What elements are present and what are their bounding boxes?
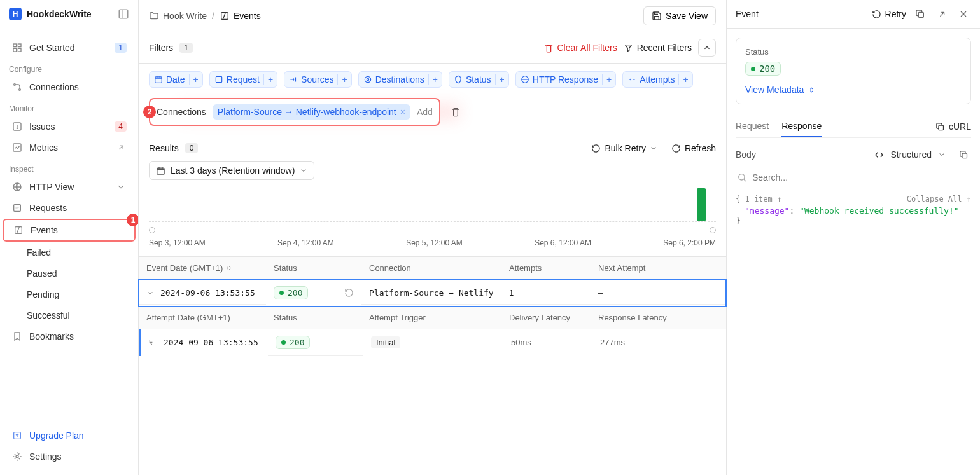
sidebar-item-issues[interactable]: Issues 4 xyxy=(3,116,136,137)
sidebar-item-bookmarks[interactable]: Bookmarks xyxy=(3,326,136,347)
detail-panel: Event Retry Status 200 View Metadata Req… xyxy=(727,0,980,475)
chevron-down-icon[interactable] xyxy=(146,289,154,297)
timeline-chart[interactable]: Sep 3, 12:00 AM Sep 4, 12:00 AM Sep 5, 1… xyxy=(139,186,726,256)
svg-point-21 xyxy=(367,78,369,81)
collapse-all-button[interactable]: Collapse All ↑ xyxy=(907,195,971,203)
sort-icon xyxy=(225,265,232,272)
filter-pill-sources[interactable]: Sources+ xyxy=(284,71,352,88)
delivery-latency-cell: 50ms xyxy=(503,331,592,354)
plus-icon[interactable]: + xyxy=(337,74,347,85)
retry-icon[interactable] xyxy=(344,288,354,298)
sidebar-item-events[interactable]: Events 1 xyxy=(3,219,136,242)
plus-icon[interactable]: + xyxy=(495,74,505,85)
section-inspect: Inspect xyxy=(0,158,138,176)
copy-icon xyxy=(935,122,945,132)
clear-all-filters-button[interactable]: Clear All Filters xyxy=(544,43,617,53)
json-item-count: { 1 item ↑ xyxy=(736,195,781,203)
sidebar-item-requests[interactable]: Requests xyxy=(3,198,136,218)
collapse-filters-button[interactable] xyxy=(698,39,716,57)
refresh-label: Refresh xyxy=(685,143,716,153)
filter-pill-attempts[interactable]: Attempts+ xyxy=(622,71,692,88)
refresh-button[interactable]: Refresh xyxy=(671,143,716,153)
breadcrumb-root[interactable]: Hook Write xyxy=(149,11,207,21)
column-attempts[interactable]: Attempts xyxy=(501,257,591,280)
add-filter-value-button[interactable]: Add xyxy=(417,107,433,117)
results-count: 0 xyxy=(185,143,199,153)
tab-response[interactable]: Response xyxy=(781,116,822,137)
json-value: "Webhook received successfully!" xyxy=(799,206,958,216)
close-icon[interactable] xyxy=(956,6,971,22)
column-attempt-status: Status xyxy=(266,306,361,329)
body-search-input[interactable] xyxy=(736,167,971,188)
sidebar-item-get-started[interactable]: Get Started 1 xyxy=(3,38,136,58)
plus-icon[interactable]: + xyxy=(263,74,273,85)
plus-icon[interactable]: + xyxy=(678,74,688,85)
bulk-retry-button[interactable]: Bulk Retry xyxy=(591,143,657,153)
date-range-dropdown[interactable]: Last 3 days (Retention window) xyxy=(149,161,314,180)
svg-point-16 xyxy=(16,455,18,458)
sidebar-item-http-view[interactable]: HTTP View xyxy=(3,177,136,197)
bulk-retry-label: Bulk Retry xyxy=(605,143,646,153)
filter-pill-destinations[interactable]: Destinations+ xyxy=(358,71,442,88)
plus-icon[interactable]: + xyxy=(428,74,438,85)
tab-request[interactable]: Request xyxy=(736,116,769,137)
column-event-date[interactable]: Event Date (GMT+1) xyxy=(139,257,266,280)
column-attempt-date: Attempt Date (GMT+1) xyxy=(139,306,266,329)
plus-icon[interactable]: + xyxy=(189,74,199,85)
sidebar-item-label: Events xyxy=(31,225,125,235)
workspace-name[interactable]: HookdeckWrite xyxy=(27,9,113,19)
sidebar-item-settings[interactable]: Settings xyxy=(3,446,136,467)
filter-pill-date[interactable]: Date+ xyxy=(149,71,203,88)
copy-body-icon[interactable] xyxy=(956,147,971,162)
attempt-row[interactable]: 2024-09-06 13:53:55 200 Initial 50ms 277… xyxy=(139,329,726,356)
tab-curl[interactable]: cURL xyxy=(935,121,971,132)
filter-pill-status[interactable]: Status+ xyxy=(449,71,509,88)
chevron-down-icon xyxy=(938,151,946,158)
save-view-button[interactable]: Save View xyxy=(643,6,716,25)
column-connection[interactable]: Connection xyxy=(361,257,501,280)
chevron-down-icon xyxy=(115,182,127,191)
structured-toggle[interactable]: Structured xyxy=(890,149,932,160)
connection-cell: Platform-Source → Netlify… xyxy=(369,288,494,298)
sidebar-item-metrics[interactable]: Metrics xyxy=(3,137,136,158)
retry-button[interactable]: Retry xyxy=(872,9,906,19)
active-filter-chip[interactable]: Platform-Source → Netlify-webhook-endpoi… xyxy=(213,104,410,120)
sidebar-item-events-paused[interactable]: Paused xyxy=(3,263,136,284)
calendar-icon xyxy=(156,166,165,176)
sidebar-item-events-failed[interactable]: Failed xyxy=(3,242,136,263)
requests-icon xyxy=(11,203,23,213)
callout-badge-2: 2 xyxy=(143,106,156,118)
svg-point-6 xyxy=(14,84,16,86)
sidebar-item-label: HTTP View xyxy=(29,182,109,192)
delete-filter-button[interactable] xyxy=(451,107,461,117)
remove-chip-icon[interactable]: × xyxy=(400,107,405,117)
filter-pill-http-response[interactable]: HTTP Response+ xyxy=(515,71,616,88)
view-metadata-link[interactable]: View Metadata xyxy=(745,85,962,95)
svg-rect-2 xyxy=(13,44,17,47)
sidebar-item-connections[interactable]: Connections xyxy=(3,77,136,97)
trash-icon xyxy=(544,43,554,53)
expand-icon[interactable] xyxy=(934,6,949,22)
json-body: { 1 item ↑ Collapse All ↑ "message": "We… xyxy=(736,195,971,225)
sidebar-item-events-pending[interactable]: Pending xyxy=(3,284,136,305)
svg-point-27 xyxy=(739,174,745,180)
expand-icon xyxy=(808,86,816,94)
filters-label: Filters xyxy=(149,43,173,53)
panel-toggle-icon[interactable] xyxy=(118,8,129,20)
events-table: Event Date (GMT+1) Status Connection Att… xyxy=(139,256,726,356)
column-next-attempt[interactable]: Next Attempt xyxy=(591,257,726,280)
sidebar-item-events-successful[interactable]: Successful xyxy=(3,305,136,326)
sidebar-item-upgrade[interactable]: Upgrade Plan xyxy=(3,425,136,446)
plus-icon[interactable]: + xyxy=(602,74,612,85)
detail-tabs: Request Response cURL xyxy=(736,116,971,138)
filter-pill-request[interactable]: Request+ xyxy=(209,71,277,88)
copy-icon[interactable] xyxy=(913,6,928,22)
event-row[interactable]: 2024-09-06 13:53:55 200 Platform-Source … xyxy=(139,280,726,306)
recent-filters-button[interactable]: Recent Filters xyxy=(624,43,692,53)
event-date-cell: 2024-09-06 13:53:55 xyxy=(160,288,255,298)
svg-rect-0 xyxy=(119,10,128,18)
code-icon xyxy=(874,150,884,160)
column-status[interactable]: Status xyxy=(266,257,361,280)
svg-point-20 xyxy=(365,76,370,82)
status-badge: 200 xyxy=(276,336,310,349)
